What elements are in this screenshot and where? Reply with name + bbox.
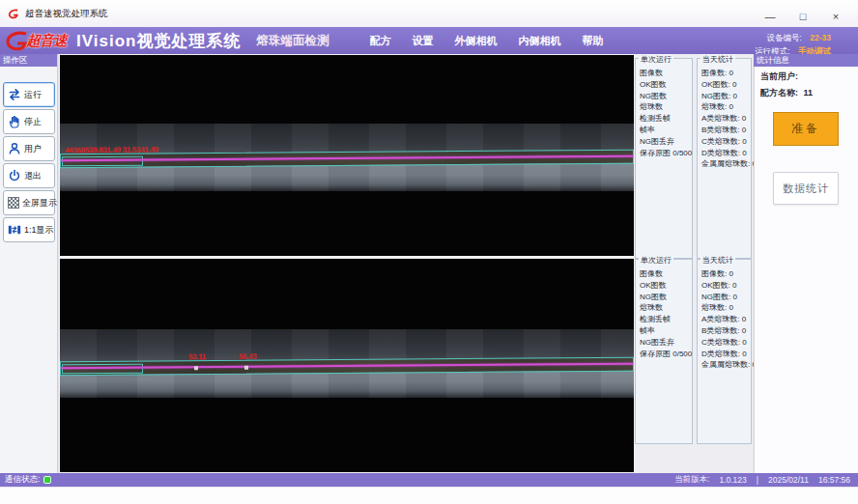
menu-item[interactable]: 配方 <box>369 34 390 48</box>
stat-row: 图像数: 0 <box>698 268 751 280</box>
single-run-title: 单次运行 <box>639 255 673 266</box>
device-number-label: 设备编号: <box>766 33 801 42</box>
stat-row: A类熔珠数: 0 <box>698 314 751 325</box>
one-to-one-button-label: 1:1显示 <box>24 224 54 237</box>
daily-stats-title: 当天统计 <box>701 54 735 65</box>
stat-row: 图像数: 0 <box>698 68 751 79</box>
exit-button[interactable]: 退出 <box>3 163 55 188</box>
stat-row: B类熔珠数: 0 <box>698 125 751 136</box>
camera1-daily-stats-group: 当天统计 图像数: 0OK图数: 0NG图数: 0熔珠数: 0A类熔珠数: 0B… <box>697 58 752 259</box>
stat-row: B类熔珠数: 0 <box>698 325 751 337</box>
main-menu: 配方设置外侧相机内侧相机帮助 <box>369 34 603 48</box>
recipe-name-row: 配方名称: 11 <box>755 87 858 99</box>
daily-stats-title: 当天统计 <box>701 255 735 266</box>
fullscreen-button-label: 全屏显示 <box>22 197 57 210</box>
stat-row: 熔珠数 <box>636 302 692 314</box>
stat-row: 图像数 <box>636 268 692 280</box>
stat-row: 熔珠数: 0 <box>698 302 751 314</box>
fullscreen-button[interactable]: 全屏显示 <box>3 190 55 215</box>
stat-row: OK图数 <box>636 79 692 91</box>
stat-row: 保存原图 0/500 <box>636 349 692 360</box>
user-button[interactable]: 用户 <box>3 136 55 161</box>
stat-row: NG图数: 0 <box>698 91 751 102</box>
menu-item[interactable]: 内侧相机 <box>518 34 560 48</box>
fullscreen-icon <box>8 197 19 209</box>
camera2-defect-mark-2 <box>244 366 248 370</box>
stat-row: 熔珠数 <box>636 101 692 113</box>
camera-panel-outer: 44368539.831.49 31.5341.49 <box>60 55 634 256</box>
stat-row: C类熔珠数: 0 <box>698 337 751 349</box>
maximize-button[interactable]: □ <box>794 10 812 25</box>
stat-row: C类熔珠数: 0 <box>698 136 751 148</box>
minimize-button[interactable]: — <box>761 10 779 25</box>
statistics-column: 单次运行 图像数OK图数NG图数熔珠数检测丢帧帧率NG图丢弃保存原图 0/500… <box>635 54 753 473</box>
app-logo-icon <box>8 8 19 19</box>
app-title: IVision视觉处理系统 <box>76 30 241 52</box>
camera2-measurement-text-2: 56.43 <box>239 352 257 361</box>
run-button-label: 运行 <box>24 89 42 101</box>
title-bar: 超音速视觉处理系统 — □ × <box>0 0 858 27</box>
camera2-daily-stats-group: 当天统计 图像数: 0OK图数: 0NG图数: 0熔珠数: 0A类熔珠数: 0B… <box>697 259 752 444</box>
data-statistics-button[interactable]: 数据统计 <box>773 172 839 205</box>
stat-row: 图像数 <box>636 68 692 79</box>
menu-item[interactable]: 外侧相机 <box>454 34 497 48</box>
stop-button-label: 停止 <box>24 116 42 128</box>
info-panel-title: 统计信息 <box>754 54 858 67</box>
brand-name: 超音速 <box>26 32 67 50</box>
camera-viewport: 44368539.831.49 31.5341.49 53.11 56.43 <box>59 54 635 473</box>
stat-row: NG图数 <box>636 91 692 102</box>
power-icon <box>8 169 21 182</box>
stat-row: 检测丢帧 <box>636 314 692 325</box>
comm-status-label: 通信状态: <box>5 474 40 486</box>
camera2-stats: 单次运行 图像数OK图数NG图数熔珠数检测丢帧帧率NG图丢弃保存原图 0/500… <box>635 259 753 444</box>
stat-row: OK图数: 0 <box>698 79 751 91</box>
window-title: 超音速视觉处理系统 <box>25 8 108 20</box>
status-time: 16:57:56 <box>818 475 850 485</box>
stat-row: D类熔珠数: 0 <box>698 148 751 159</box>
device-number-value: 22-33 <box>810 33 831 42</box>
app-subtitle: 熔珠端面检测 <box>256 33 329 49</box>
version-label: 当前版本: <box>674 474 709 486</box>
stat-row: 保存原图 0/500 <box>636 148 692 159</box>
user-button-label: 用户 <box>24 143 42 155</box>
ready-button[interactable]: 准备 <box>773 112 839 146</box>
menu-item[interactable]: 帮助 <box>582 34 603 48</box>
info-panel: 统计信息 当前用户: 配方名称: 11 准备 数据统计 <box>754 54 858 473</box>
stop-hand-icon <box>8 115 21 128</box>
camera2-single-run-group: 单次运行 图像数OK图数NG图数熔珠数检测丢帧帧率NG图丢弃保存原图 0/500 <box>635 259 693 444</box>
close-button[interactable]: × <box>827 10 844 25</box>
stat-row: A类熔珠数: 0 <box>698 113 751 125</box>
menu-item[interactable]: 设置 <box>412 34 433 48</box>
status-bar: 通信状态: 当前版本: 1.0.123 | 2025/02/11 16:57:5… <box>0 473 858 487</box>
header-bar: 超音速 IVision视觉处理系统 熔珠端面检测 配方设置外侧相机内侧相机帮助 … <box>0 27 858 54</box>
stat-row: 熔珠数: 0 <box>698 101 751 113</box>
stat-row: D类熔珠数: 0 <box>698 349 751 360</box>
version-value: 1.0.123 <box>719 475 746 485</box>
exit-button-label: 退出 <box>24 170 42 182</box>
stat-row: NG图数: 0 <box>698 292 751 303</box>
recipe-name-value: 11 <box>804 88 814 98</box>
operation-sidebar: 操作区 运行 停止 用户 <box>0 54 58 473</box>
operation-area-title: 操作区 <box>0 54 57 67</box>
single-run-title: 单次运行 <box>639 54 673 65</box>
window-bottom-edge <box>0 487 858 504</box>
device-info: 设备编号: 22-33 运行模式: 手动调试 <box>755 30 831 57</box>
camera-panel-inner: 53.11 56.43 <box>60 259 634 472</box>
run-cycle-icon <box>8 88 21 101</box>
stat-row: 检测丢帧 <box>636 113 692 125</box>
stop-button[interactable]: 停止 <box>3 109 55 134</box>
stat-row: 帧率 <box>636 125 692 136</box>
recipe-name-label: 配方名称: <box>760 88 798 98</box>
current-user-label: 当前用户: <box>760 71 798 81</box>
one-to-one-button[interactable]: 1:1显示 <box>3 217 55 242</box>
stat-row: 帧率 <box>636 325 692 337</box>
stat-row: OK图数: 0 <box>698 280 751 292</box>
stat-row: NG图数 <box>636 292 692 303</box>
one-to-one-icon <box>8 223 21 237</box>
camera1-stats: 单次运行 图像数OK图数NG图数熔珠数检测丢帧帧率NG图丢弃保存原图 0/500… <box>635 58 753 259</box>
stat-row: 金属屑熔珠数: 0 <box>698 359 751 371</box>
camera1-measure-line <box>61 155 633 162</box>
brand-logo: 超音速 <box>5 29 67 52</box>
run-button[interactable]: 运行 <box>3 82 55 107</box>
stat-row: NG图丢弃 <box>636 337 692 349</box>
